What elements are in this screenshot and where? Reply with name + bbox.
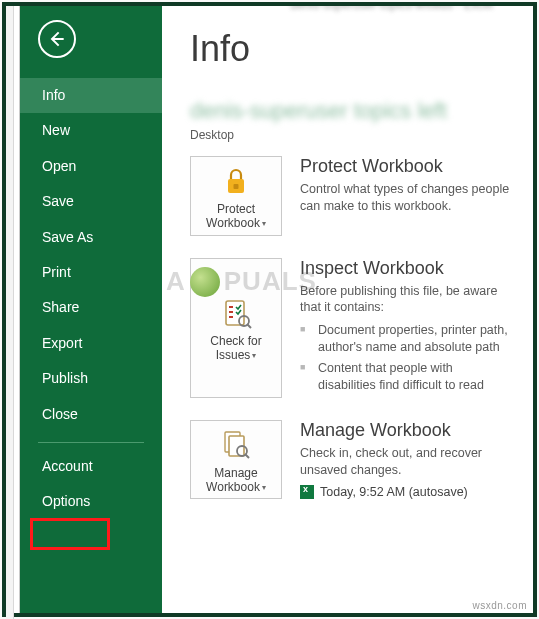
sidebar-item-print[interactable]: Print	[20, 255, 162, 290]
sidebar-item-info[interactable]: Info	[20, 78, 162, 113]
dropdown-icon: ▾	[262, 483, 266, 492]
section-heading: Protect Workbook	[300, 156, 513, 177]
dropdown-icon: ▾	[252, 351, 256, 360]
sidebar-item-options[interactable]: Options	[20, 484, 162, 519]
sidebar-item-label: Export	[42, 335, 82, 351]
sidebar-item-label: Open	[42, 158, 76, 174]
sidebar-item-label: Publish	[42, 370, 88, 386]
protect-workbook-tile[interactable]: Protect Workbook▾	[190, 156, 282, 236]
window-title-blur: denis-superuser-topics-leftwds - Excel	[290, 6, 493, 12]
section-description: Before publishing this file, be aware th…	[300, 283, 513, 317]
section-heading: Manage Workbook	[300, 420, 513, 441]
sidebar-item-export[interactable]: Export	[20, 326, 162, 361]
sidebar-item-label: Close	[42, 406, 78, 422]
sidebar-item-share[interactable]: Share	[20, 290, 162, 325]
sidebar-item-label: Print	[42, 264, 71, 280]
list-item: Content that people with disabilities fi…	[300, 360, 513, 394]
sidebar-item-account[interactable]: Account	[20, 449, 162, 484]
sidebar-item-close[interactable]: Close	[20, 397, 162, 432]
document-location: Desktop	[190, 128, 513, 142]
check-for-issues-tile[interactable]: Check for Issues▾	[190, 258, 282, 398]
excel-file-icon	[300, 485, 314, 499]
sidebar-item-save[interactable]: Save	[20, 184, 162, 219]
tile-label: Check for Issues▾	[195, 335, 277, 363]
tile-label: Protect Workbook▾	[195, 203, 277, 231]
backstage-main: denis-superuser-topics-leftwds - Excel I…	[162, 6, 533, 613]
sidebar-item-label: New	[42, 122, 70, 138]
section-manage: Manage Workbook▾ Manage Workbook Check i…	[190, 420, 513, 500]
source-credit: wsxdn.com	[472, 600, 527, 611]
back-arrow-icon	[47, 29, 67, 49]
inspect-issues-list: Document properties, printer path, autho…	[300, 322, 513, 394]
back-button[interactable]	[38, 20, 76, 58]
dropdown-icon: ▾	[262, 219, 266, 228]
options-highlight-annotation	[30, 518, 110, 550]
sidebar-item-label: Options	[42, 493, 90, 509]
lock-icon	[218, 163, 254, 199]
version-label: Today, 9:52 AM (autosave)	[320, 485, 468, 499]
window-edge	[6, 6, 20, 613]
sidebar-item-publish[interactable]: Publish	[20, 361, 162, 396]
tile-label: Manage Workbook▾	[195, 467, 277, 495]
section-protect: Protect Workbook▾ Protect Workbook Contr…	[190, 156, 513, 236]
sidebar-item-label: Save As	[42, 229, 93, 245]
page-title: Info	[190, 28, 513, 70]
sidebar-item-label: Account	[42, 458, 93, 474]
section-inspect: Check for Issues▾ Inspect Workbook Befor…	[190, 258, 513, 398]
list-item: Document properties, printer path, autho…	[300, 322, 513, 356]
sidebar-divider	[38, 442, 144, 443]
sidebar-item-save-as[interactable]: Save As	[20, 220, 162, 255]
document-name-blur: denis-superuser topics left	[190, 98, 513, 124]
sidebar-item-new[interactable]: New	[20, 113, 162, 148]
sidebar-item-label: Share	[42, 299, 79, 315]
svg-rect-1	[234, 184, 239, 189]
sidebar-item-label: Info	[42, 87, 65, 103]
manage-workbook-tile[interactable]: Manage Workbook▾	[190, 420, 282, 500]
backstage-sidebar: Info New Open Save Save As Print Share E…	[20, 6, 162, 613]
sidebar-item-open[interactable]: Open	[20, 149, 162, 184]
section-description: Control what types of changes people can…	[300, 181, 513, 215]
section-description: Check in, check out, and recover unsaved…	[300, 445, 513, 479]
section-heading: Inspect Workbook	[300, 258, 513, 279]
checklist-icon	[218, 295, 254, 331]
version-row[interactable]: Today, 9:52 AM (autosave)	[300, 485, 513, 499]
document-magnify-icon	[218, 427, 254, 463]
svg-rect-2	[226, 301, 244, 325]
app-window: Info New Open Save Save As Print Share E…	[2, 2, 537, 617]
sidebar-item-label: Save	[42, 193, 74, 209]
